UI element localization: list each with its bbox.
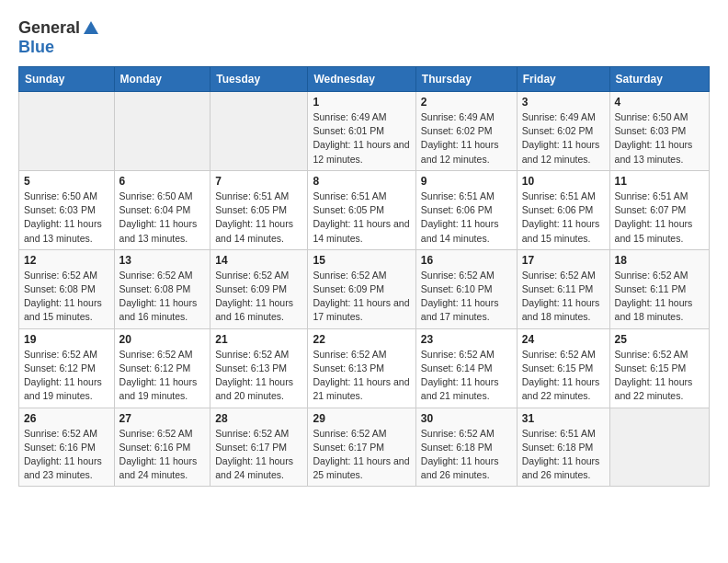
sunrise: Sunrise: 6:52 AM [421,270,495,281]
weekday-sunday: Sunday [19,67,115,92]
day-info: Sunrise: 6:52 AM Sunset: 6:16 PM Dayligh… [24,427,109,483]
daylight: Daylight: 11 hours and 18 minutes. [522,297,600,322]
sunset: Sunset: 6:02 PM [522,125,594,136]
day-number: 23 [421,333,512,346]
day-info: Sunrise: 6:51 AM Sunset: 6:05 PM Dayligh… [313,190,410,246]
day-info: Sunrise: 6:52 AM Sunset: 6:12 PM Dayligh… [24,348,109,404]
calendar-week-row: 12 Sunrise: 6:52 AM Sunset: 6:08 PM Dayl… [19,249,710,328]
day-number: 8 [313,175,410,188]
calendar-cell: 16 Sunrise: 6:52 AM Sunset: 6:10 PM Dayl… [415,249,517,328]
sunset: Sunset: 6:03 PM [615,125,687,136]
sunset: Sunset: 6:05 PM [313,204,384,215]
calendar-cell: 17 Sunrise: 6:52 AM Sunset: 6:11 PM Dayl… [517,249,609,328]
weekday-thursday: Thursday [415,67,517,92]
calendar-cell: 6 Sunrise: 6:50 AM Sunset: 6:04 PM Dayli… [114,170,210,249]
calendar-cell [19,92,115,171]
day-info: Sunrise: 6:51 AM Sunset: 6:06 PM Dayligh… [421,190,512,246]
logo-icon [82,19,100,38]
calendar-cell: 21 Sunrise: 6:52 AM Sunset: 6:13 PM Dayl… [210,328,308,408]
sunrise: Sunrise: 6:52 AM [215,349,289,360]
weekday-saturday: Saturday [609,67,709,92]
daylight: Daylight: 11 hours and 23 minutes. [24,455,102,480]
sunset: Sunset: 6:12 PM [119,362,191,373]
sunrise: Sunrise: 6:51 AM [522,428,596,439]
sunset: Sunset: 6:13 PM [215,362,287,373]
day-number: 27 [119,412,206,425]
sunrise: Sunrise: 6:52 AM [24,349,97,360]
daylight: Daylight: 11 hours and 19 minutes. [119,376,198,401]
day-number: 19 [24,333,109,346]
calendar-cell: 1 Sunrise: 6:49 AM Sunset: 6:01 PM Dayli… [308,92,415,171]
sunrise: Sunrise: 6:52 AM [313,349,386,360]
calendar-cell: 29 Sunrise: 6:52 AM Sunset: 6:17 PM Dayl… [308,408,415,487]
sunrise: Sunrise: 6:52 AM [615,270,688,281]
sunset: Sunset: 6:06 PM [421,204,493,215]
day-info: Sunrise: 6:52 AM Sunset: 6:08 PM Dayligh… [119,269,206,325]
calendar-table: SundayMondayTuesdayWednesdayThursdayFrid… [18,66,710,487]
daylight: Daylight: 11 hours and 24 minutes. [215,455,293,480]
sunset: Sunset: 6:06 PM [522,204,594,215]
calendar-cell: 5 Sunrise: 6:50 AM Sunset: 6:03 PM Dayli… [19,170,115,249]
day-number: 11 [615,175,704,188]
day-number: 26 [24,412,109,425]
daylight: Daylight: 11 hours and 18 minutes. [615,297,693,322]
day-number: 10 [522,175,605,188]
day-info: Sunrise: 6:51 AM Sunset: 6:07 PM Dayligh… [615,190,704,246]
sunrise: Sunrise: 6:50 AM [615,111,688,122]
sunset: Sunset: 6:14 PM [421,362,493,373]
weekday-header-row: SundayMondayTuesdayWednesdayThursdayFrid… [19,67,710,92]
day-info: Sunrise: 6:52 AM Sunset: 6:17 PM Dayligh… [215,427,302,483]
sunrise: Sunrise: 6:52 AM [421,428,495,439]
daylight: Daylight: 11 hours and 17 minutes. [421,297,499,322]
day-number: 2 [421,96,512,109]
logo-general-text: General [18,18,80,38]
calendar-cell: 26 Sunrise: 6:52 AM Sunset: 6:16 PM Dayl… [19,408,115,487]
sunset: Sunset: 6:17 PM [215,442,287,453]
page-header: General Blue [18,15,710,57]
daylight: Daylight: 11 hours and 25 minutes. [313,455,409,480]
daylight: Daylight: 11 hours and 13 minutes. [24,218,102,243]
daylight: Daylight: 11 hours and 13 minutes. [119,218,198,243]
calendar-cell: 20 Sunrise: 6:52 AM Sunset: 6:12 PM Dayl… [114,328,210,408]
weekday-monday: Monday [114,67,210,92]
day-info: Sunrise: 6:52 AM Sunset: 6:11 PM Dayligh… [615,269,704,325]
sunrise: Sunrise: 6:51 AM [522,190,596,201]
calendar-cell: 18 Sunrise: 6:52 AM Sunset: 6:11 PM Dayl… [609,249,709,328]
daylight: Daylight: 11 hours and 12 minutes. [313,139,409,164]
day-number: 18 [615,254,704,267]
day-info: Sunrise: 6:52 AM Sunset: 6:16 PM Dayligh… [119,427,206,483]
day-info: Sunrise: 6:51 AM Sunset: 6:18 PM Dayligh… [522,427,605,483]
sunset: Sunset: 6:02 PM [421,125,493,136]
sunrise: Sunrise: 6:51 AM [215,190,289,201]
sunrise: Sunrise: 6:52 AM [215,428,289,439]
day-info: Sunrise: 6:52 AM Sunset: 6:10 PM Dayligh… [421,269,512,325]
daylight: Daylight: 11 hours and 15 minutes. [522,218,600,243]
daylight: Daylight: 11 hours and 22 minutes. [615,376,693,401]
day-info: Sunrise: 6:52 AM Sunset: 6:15 PM Dayligh… [522,348,605,404]
svg-marker-0 [84,21,98,34]
sunrise: Sunrise: 6:51 AM [313,190,386,201]
day-number: 20 [119,333,206,346]
calendar-week-row: 5 Sunrise: 6:50 AM Sunset: 6:03 PM Dayli… [19,170,710,249]
day-info: Sunrise: 6:52 AM Sunset: 6:08 PM Dayligh… [24,269,109,325]
day-number: 22 [313,333,410,346]
sunrise: Sunrise: 6:49 AM [421,111,495,122]
sunset: Sunset: 6:09 PM [313,283,384,294]
daylight: Daylight: 11 hours and 24 minutes. [119,455,198,480]
calendar-cell: 19 Sunrise: 6:52 AM Sunset: 6:12 PM Dayl… [19,328,115,408]
daylight: Daylight: 11 hours and 26 minutes. [522,455,600,480]
day-number: 12 [24,254,109,267]
weekday-friday: Friday [517,67,609,92]
daylight: Daylight: 11 hours and 15 minutes. [615,218,693,243]
calendar-cell: 3 Sunrise: 6:49 AM Sunset: 6:02 PM Dayli… [517,92,609,171]
daylight: Daylight: 11 hours and 22 minutes. [522,376,600,401]
sunset: Sunset: 6:03 PM [24,204,96,215]
day-number: 5 [24,175,109,188]
day-info: Sunrise: 6:52 AM Sunset: 6:17 PM Dayligh… [313,427,410,483]
calendar-cell: 2 Sunrise: 6:49 AM Sunset: 6:02 PM Dayli… [415,92,517,171]
calendar-cell [210,92,308,171]
sunset: Sunset: 6:07 PM [615,204,687,215]
calendar-cell: 30 Sunrise: 6:52 AM Sunset: 6:18 PM Dayl… [415,408,517,487]
sunrise: Sunrise: 6:52 AM [615,349,688,360]
sunset: Sunset: 6:15 PM [522,362,594,373]
